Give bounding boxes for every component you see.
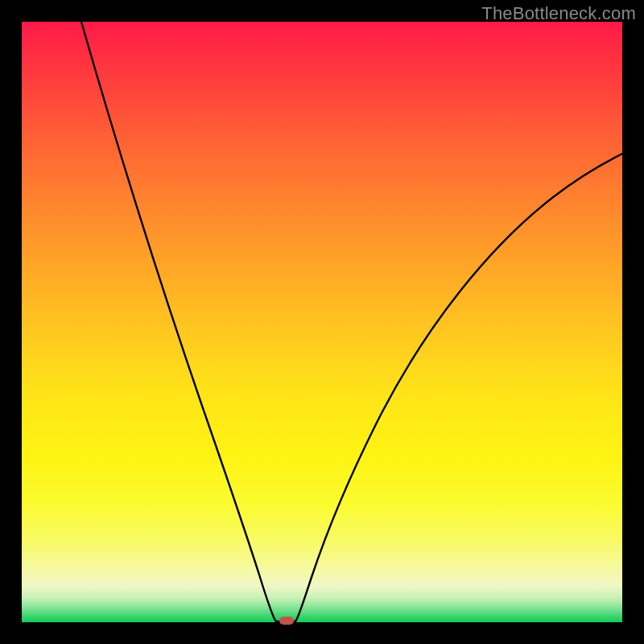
curve-right-branch bbox=[295, 154, 622, 621]
minimum-marker bbox=[279, 617, 294, 625]
plot-area bbox=[22, 22, 622, 622]
bottleneck-curve bbox=[22, 22, 622, 622]
outer-frame: TheBottleneck.com bbox=[0, 0, 644, 644]
curve-left-branch bbox=[81, 22, 276, 621]
